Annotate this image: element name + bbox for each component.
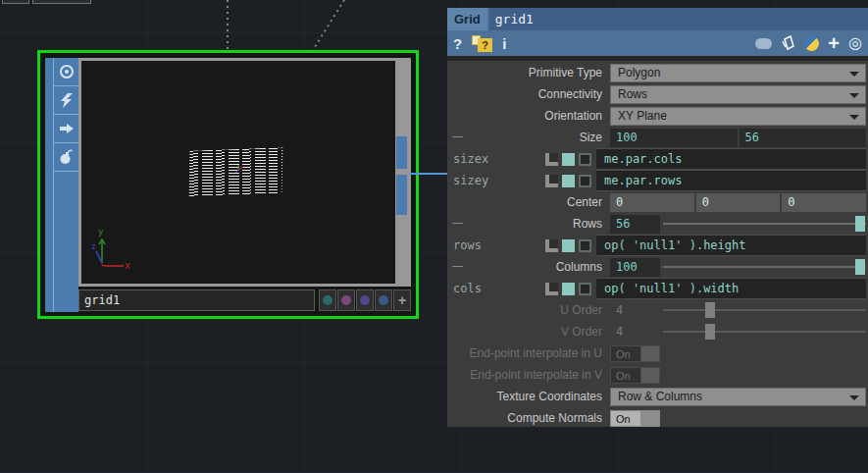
slider-handle[interactable]: [855, 259, 865, 275]
scrollbar-handle[interactable]: [396, 175, 407, 215]
mode-expression-icon[interactable]: [562, 283, 575, 295]
size-y-field[interactable]: 56: [740, 129, 867, 147]
param-row-orientation: Orientation XY Plane: [447, 105, 868, 127]
clipboard-icon: [781, 35, 795, 51]
mode-export-icon[interactable]: [579, 283, 591, 295]
comment-bubble-icon: [755, 38, 772, 49]
toggle-knob[interactable]: [641, 410, 660, 427]
mode-constant-icon[interactable]: [545, 153, 558, 166]
flag-button-magenta[interactable]: [337, 289, 355, 311]
collapse-expression-toggle[interactable]: —: [452, 216, 463, 228]
scrollbar-handle[interactable]: [396, 136, 407, 169]
flag-button-blue[interactable]: [375, 289, 392, 311]
param-row-rows-expression: rows op( 'null1' ).height: [447, 235, 868, 256]
node-wires: [0, 0, 451, 54]
param-label: Orientation: [447, 109, 610, 123]
chevron-down-icon: [849, 115, 859, 120]
param-row-size: — Size 100 56: [447, 127, 868, 148]
operator-name-field[interactable]: grid1: [489, 8, 868, 30]
mode-expression-icon[interactable]: [562, 239, 575, 252]
mode-constant-icon[interactable]: [545, 239, 558, 252]
columns-value-field[interactable]: 100: [610, 258, 660, 277]
collapse-expression-toggle[interactable]: —: [452, 259, 463, 271]
python-icon: [804, 36, 819, 51]
toggle-value: On: [610, 410, 641, 427]
slider-handle: [705, 324, 715, 340]
plus-icon: +: [398, 292, 406, 308]
grid1-node-selected[interactable]: y z x grid1: [37, 50, 419, 319]
arrow-right-icon: [59, 122, 75, 135]
sizey-expression-field[interactable]: me.par.rows: [596, 170, 866, 191]
viewer-toolbar-strip[interactable]: [45, 58, 54, 312]
connectivity-dropdown[interactable]: Rows: [610, 85, 866, 104]
center-z-field[interactable]: 0: [782, 193, 866, 212]
slider-handle: [705, 302, 715, 318]
rows-expression-field[interactable]: op( 'null1' ).height: [596, 235, 866, 256]
mode-constant-icon[interactable]: [545, 283, 558, 295]
cols-expression-field[interactable]: op( 'null1' ).width: [596, 278, 866, 299]
chevron-down-icon: [849, 93, 859, 98]
copy-button[interactable]: [781, 35, 795, 51]
toggle-knob: [641, 345, 660, 362]
mode-expression-icon[interactable]: [562, 153, 575, 166]
endpoint-u-toggle: On: [610, 345, 660, 362]
bypass-button[interactable]: [54, 86, 78, 115]
dropdown-value: Polygon: [618, 66, 660, 79]
v-order-value: 4: [610, 323, 660, 342]
parameter-link-line: [409, 173, 449, 175]
parameter-dialog: Grid grid1 ? ? i + ◎ Primitive Type Poly…: [447, 8, 868, 427]
rows-slider[interactable]: [663, 215, 866, 233]
primitive-type-dropdown[interactable]: Polygon: [610, 64, 866, 82]
slider-track: [663, 266, 866, 268]
mode-export-icon[interactable]: [579, 239, 591, 252]
center-x-field[interactable]: 0: [610, 193, 694, 212]
dropdown-value: Row & Columns: [618, 390, 702, 403]
param-row-columns: — Columns 100: [447, 256, 868, 278]
cutoff-tab[interactable]: [2, 0, 29, 4]
arrow-button[interactable]: [54, 115, 78, 143]
node-name-field[interactable]: grid1: [78, 289, 315, 311]
param-name-rows: rows: [453, 238, 482, 252]
param-row-texture-coordinates: Texture Coordinates Row & Columns: [447, 386, 868, 407]
help-button[interactable]: ?: [453, 35, 462, 52]
svg-text:z: z: [91, 242, 96, 251]
columns-slider[interactable]: [663, 258, 866, 276]
python-language-button[interactable]: [804, 36, 819, 51]
comment-button[interactable]: [755, 38, 772, 49]
flag-button-teal[interactable]: [319, 289, 336, 311]
add-parameter-button[interactable]: +: [828, 36, 840, 51]
toggle-knob: [641, 367, 660, 384]
display-bullseye-button[interactable]: [54, 58, 78, 86]
param-name-sizex: sizex: [453, 152, 488, 166]
center-y-field[interactable]: 0: [696, 193, 781, 212]
mode-export-icon[interactable]: [579, 175, 591, 187]
mode-expression-icon[interactable]: [562, 175, 575, 187]
bomb-button[interactable]: [54, 143, 78, 172]
mode-export-icon[interactable]: [579, 153, 591, 166]
slider-handle[interactable]: [855, 216, 865, 232]
python-help-button[interactable]: ?: [472, 35, 492, 52]
parameter-dialog-toolbar: ? ? i + ◎: [447, 30, 868, 56]
copy-parameters-button[interactable]: ◎: [848, 35, 862, 51]
slider-track: [663, 331, 866, 333]
param-row-u-order: U Order 4: [447, 299, 868, 321]
size-x-field[interactable]: 100: [610, 129, 738, 147]
flag-button-purple[interactable]: [356, 289, 374, 311]
geometry-viewport[interactable]: y z x: [81, 61, 395, 284]
add-flag-button[interactable]: +: [393, 289, 411, 311]
mode-constant-icon[interactable]: [545, 175, 558, 187]
viewer-scrollbar[interactable]: [395, 61, 408, 284]
rows-value-field[interactable]: 56: [610, 215, 660, 234]
param-row-v-order: V Order 4: [447, 321, 868, 342]
node-name-bar: grid1 +: [78, 289, 411, 312]
collapse-expression-toggle[interactable]: —: [452, 130, 463, 141]
blue-dot-icon: [379, 295, 388, 305]
texture-coordinates-dropdown[interactable]: Row & Columns: [610, 388, 866, 406]
sizex-expression-field[interactable]: me.par.cols: [596, 148, 866, 170]
orientation-dropdown[interactable]: XY Plane: [610, 107, 866, 126]
compute-normals-toggle[interactable]: On: [610, 410, 660, 427]
operator-type-tab[interactable]: Grid: [447, 8, 487, 30]
info-button[interactable]: i: [502, 35, 506, 52]
cutoff-tab[interactable]: [32, 0, 91, 4]
param-row-sizey-expression: sizey me.par.rows: [447, 170, 868, 191]
